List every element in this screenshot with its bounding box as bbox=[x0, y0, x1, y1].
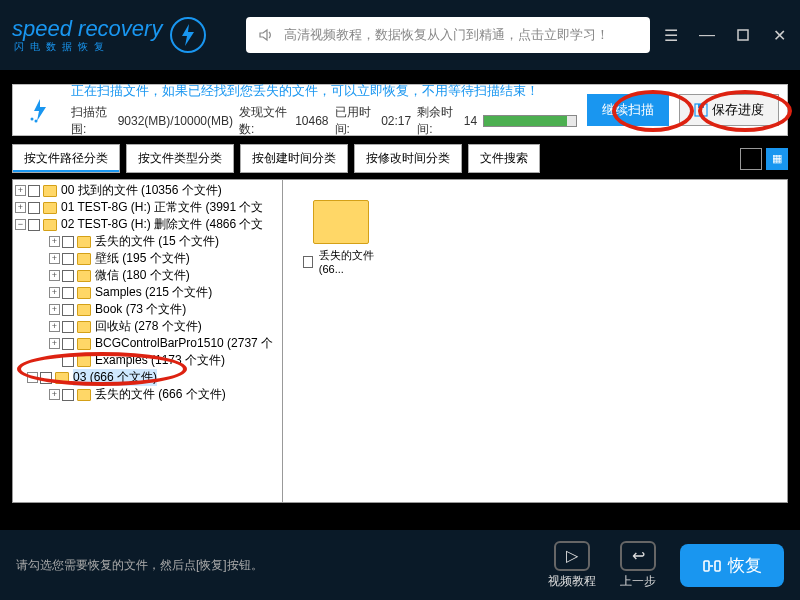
checkbox[interactable] bbox=[40, 372, 52, 384]
category-tabs: 按文件路径分类 按文件类型分类 按创建时间分类 按修改时间分类 文件搜索 ☰ ▦ bbox=[12, 144, 788, 173]
folder-icon bbox=[77, 236, 91, 248]
view-list-button[interactable]: ☰ bbox=[740, 148, 762, 170]
footer-bar: 请勾选您需要恢复的文件，然后点[恢复]按钮。 ▷ 视频教程 ↩ 上一步 恢复 bbox=[0, 530, 800, 600]
checkbox[interactable] bbox=[62, 389, 74, 401]
view-grid-button[interactable]: ▦ bbox=[766, 148, 788, 170]
tree-node-01[interactable]: +01 TEST-8G (H:) 正常文件 (3991 个文 bbox=[13, 199, 282, 216]
tree-node-02[interactable]: −02 TEST-8G (H:) 删除文件 (4866 个文 bbox=[13, 216, 282, 233]
folder-icon bbox=[55, 372, 69, 384]
folder-icon bbox=[77, 389, 91, 401]
title-bar: speed recovery 闪电数据恢复 高清视频教程，数据恢复从入门到精通，… bbox=[0, 0, 800, 70]
collapse-icon[interactable]: − bbox=[15, 219, 26, 230]
checkbox[interactable] bbox=[28, 185, 40, 197]
video-tutorial-button[interactable]: ▷ 视频教程 bbox=[548, 541, 596, 590]
lightning-icon bbox=[170, 17, 206, 53]
folder-icon bbox=[77, 253, 91, 265]
folder-icon bbox=[43, 185, 57, 197]
expand-icon[interactable]: + bbox=[49, 236, 60, 247]
tab-by-path[interactable]: 按文件路径分类 bbox=[12, 144, 120, 173]
found-value: 10468 bbox=[295, 114, 328, 128]
svg-rect-4 bbox=[698, 104, 704, 108]
continue-scan-button[interactable]: 继续扫描 bbox=[587, 94, 669, 126]
tree-node-recycle[interactable]: +回收站 (278 个文件) bbox=[13, 318, 282, 335]
svg-rect-0 bbox=[738, 30, 748, 40]
folder-icon bbox=[43, 219, 57, 231]
maximize-icon[interactable] bbox=[734, 26, 752, 44]
scan-message: 正在扫描文件，如果已经找到您丢失的文件，可以立即恢复，不用等待扫描结束！ bbox=[71, 82, 577, 100]
elapsed-value: 02:17 bbox=[381, 114, 411, 128]
menu-icon[interactable]: ☰ bbox=[662, 26, 680, 44]
save-progress-button[interactable]: 保存进度 bbox=[679, 94, 779, 126]
expand-icon[interactable]: + bbox=[49, 287, 60, 298]
footer-hint: 请勾选您需要恢复的文件，然后点[恢复]按钮。 bbox=[16, 557, 548, 574]
svg-rect-6 bbox=[715, 561, 720, 571]
tutorial-banner[interactable]: 高清视频教程，数据恢复从入门到精通，点击立即学习！ bbox=[246, 17, 650, 53]
app-logo: speed recovery 闪电数据恢复 bbox=[12, 16, 206, 54]
app-subtitle: 闪电数据恢复 bbox=[14, 40, 162, 54]
expand-icon[interactable]: + bbox=[49, 270, 60, 281]
expand-icon[interactable]: + bbox=[49, 338, 60, 349]
tree-node-wallpaper[interactable]: +壁纸 (195 个文件) bbox=[13, 250, 282, 267]
scan-status-panel: 正在扫描文件，如果已经找到您丢失的文件，可以立即恢复，不用等待扫描结束！ 扫描范… bbox=[12, 84, 788, 136]
tree-node-samples[interactable]: +Samples (215 个文件) bbox=[13, 284, 282, 301]
expand-icon[interactable]: + bbox=[49, 321, 60, 332]
tree-node-wechat[interactable]: +微信 (180 个文件) bbox=[13, 267, 282, 284]
folder-icon bbox=[77, 338, 91, 350]
checkbox[interactable] bbox=[28, 219, 40, 231]
tree-node-book[interactable]: +Book (73 个文件) bbox=[13, 301, 282, 318]
minimize-icon[interactable]: — bbox=[698, 26, 716, 44]
tree-node-bcg[interactable]: +BCGControlBarPro1510 (2737 个 bbox=[13, 335, 282, 352]
tree-node-lost[interactable]: +丢失的文件 (15 个文件) bbox=[13, 233, 282, 250]
app-name: speed recovery bbox=[12, 16, 162, 41]
tree-node-03[interactable]: −03 (666 个文件) bbox=[13, 369, 282, 386]
recover-button[interactable]: 恢复 bbox=[680, 544, 784, 587]
folder-icon bbox=[77, 355, 91, 367]
file-item[interactable]: 丢失的文件 (66... bbox=[303, 200, 383, 275]
play-icon: ▷ bbox=[554, 541, 590, 571]
expand-icon[interactable]: + bbox=[49, 389, 60, 400]
tab-by-type[interactable]: 按文件类型分类 bbox=[126, 144, 234, 173]
tab-by-modified[interactable]: 按修改时间分类 bbox=[354, 144, 462, 173]
tab-search[interactable]: 文件搜索 bbox=[468, 144, 540, 173]
checkbox[interactable] bbox=[28, 202, 40, 214]
folder-icon bbox=[77, 270, 91, 282]
folder-icon bbox=[313, 200, 369, 244]
checkbox[interactable] bbox=[62, 270, 74, 282]
file-label: 丢失的文件 (66... bbox=[319, 248, 383, 275]
expand-icon[interactable]: + bbox=[49, 253, 60, 264]
checkbox[interactable] bbox=[62, 236, 74, 248]
scan-icon bbox=[21, 90, 61, 130]
progress-bar bbox=[483, 115, 577, 127]
checkbox[interactable] bbox=[62, 338, 74, 350]
checkbox[interactable] bbox=[62, 304, 74, 316]
svg-rect-5 bbox=[704, 561, 709, 571]
folder-icon bbox=[77, 287, 91, 299]
expand-icon[interactable]: + bbox=[15, 185, 26, 196]
expand-icon[interactable]: + bbox=[49, 304, 60, 315]
file-grid[interactable]: 丢失的文件 (66... bbox=[283, 180, 787, 502]
close-icon[interactable]: ✕ bbox=[770, 26, 788, 44]
range-value: 9032(MB)/10000(MB) bbox=[118, 114, 233, 128]
tab-by-created[interactable]: 按创建时间分类 bbox=[240, 144, 348, 173]
checkbox[interactable] bbox=[62, 253, 74, 265]
folder-icon bbox=[77, 321, 91, 333]
checkbox[interactable] bbox=[62, 321, 74, 333]
tree-node-03-lost[interactable]: +丢失的文件 (666 个文件) bbox=[13, 386, 282, 403]
back-button[interactable]: ↩ 上一步 bbox=[620, 541, 656, 590]
collapse-icon[interactable]: − bbox=[27, 372, 38, 383]
checkbox[interactable] bbox=[303, 256, 313, 268]
folder-icon bbox=[77, 304, 91, 316]
found-label: 发现文件数: bbox=[239, 104, 289, 138]
file-tree[interactable]: +00 找到的文件 (10356 个文件) +01 TEST-8G (H:) 正… bbox=[13, 180, 283, 502]
save-icon bbox=[694, 103, 708, 117]
speaker-icon bbox=[256, 25, 276, 45]
checkbox[interactable] bbox=[62, 355, 74, 367]
tree-node-00[interactable]: +00 找到的文件 (10356 个文件) bbox=[13, 182, 282, 199]
expand-icon[interactable]: + bbox=[15, 202, 26, 213]
back-icon: ↩ bbox=[620, 541, 656, 571]
remain-value: 14 bbox=[464, 114, 477, 128]
checkbox[interactable] bbox=[62, 287, 74, 299]
svg-point-1 bbox=[31, 118, 34, 121]
tree-node-examples[interactable]: Examples (1173 个文件) bbox=[13, 352, 282, 369]
svg-point-2 bbox=[35, 120, 38, 123]
